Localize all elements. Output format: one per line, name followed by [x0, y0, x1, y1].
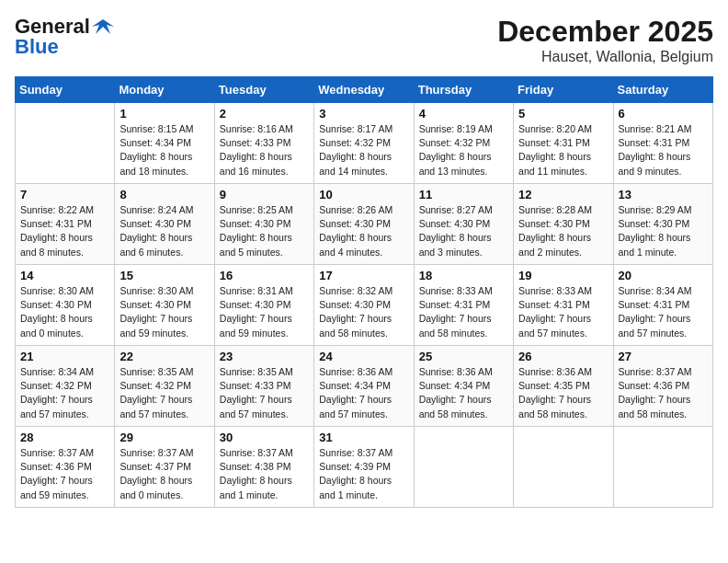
calendar-day-cell: 16Sunrise: 8:31 AMSunset: 4:30 PMDayligh… [214, 265, 313, 346]
day-number: 7 [20, 188, 109, 201]
day-number: 11 [419, 188, 508, 201]
day-number: 20 [619, 269, 708, 282]
day-number: 2 [220, 107, 309, 121]
calendar-day-cell: 10Sunrise: 8:26 AMSunset: 4:30 PMDayligh… [314, 184, 414, 265]
calendar-day-cell: 22Sunrise: 8:35 AMSunset: 4:32 PMDayligh… [115, 346, 214, 427]
location: Hauset, Wallonia, Belgium [497, 49, 713, 65]
calendar-day-cell: 1Sunrise: 8:15 AMSunset: 4:34 PMDaylight… [115, 103, 214, 184]
page-header: General Blue December 2025 Hauset, Wallo… [15, 15, 713, 65]
calendar-day-cell: 23Sunrise: 8:35 AMSunset: 4:33 PMDayligh… [214, 346, 313, 427]
logo-bird-icon [92, 17, 114, 36]
weekday-header: Thursday [414, 77, 513, 103]
day-info: Sunrise: 8:21 AMSunset: 4:31 PMDaylight:… [619, 122, 708, 178]
day-number: 3 [319, 107, 408, 121]
calendar-day-cell: 30Sunrise: 8:37 AMSunset: 4:38 PMDayligh… [214, 427, 313, 508]
calendar-day-cell: 15Sunrise: 8:30 AMSunset: 4:30 PMDayligh… [115, 265, 214, 346]
day-info: Sunrise: 8:15 AMSunset: 4:34 PMDaylight:… [119, 122, 209, 178]
day-info: Sunrise: 8:34 AMSunset: 4:31 PMDaylight:… [619, 284, 708, 340]
day-info: Sunrise: 8:32 AMSunset: 4:30 PMDaylight:… [319, 284, 408, 340]
weekday-header: Monday [115, 77, 214, 103]
day-info: Sunrise: 8:30 AMSunset: 4:30 PMDaylight:… [119, 284, 209, 340]
day-number: 16 [220, 269, 309, 282]
calendar-day-cell: 2Sunrise: 8:16 AMSunset: 4:33 PMDaylight… [214, 103, 313, 184]
day-number: 23 [220, 350, 309, 363]
calendar-day-cell: 4Sunrise: 8:19 AMSunset: 4:32 PMDaylight… [414, 103, 513, 184]
calendar-week-row: 14Sunrise: 8:30 AMSunset: 4:30 PMDayligh… [16, 265, 713, 346]
title-block: December 2025 Hauset, Wallonia, Belgium [497, 15, 713, 65]
day-number: 25 [419, 350, 508, 363]
calendar-week-row: 21Sunrise: 8:34 AMSunset: 4:32 PMDayligh… [16, 346, 713, 427]
calendar-day-cell: 20Sunrise: 8:34 AMSunset: 4:31 PMDayligh… [613, 265, 712, 346]
calendar-day-cell: 31Sunrise: 8:37 AMSunset: 4:39 PMDayligh… [314, 427, 414, 508]
day-info: Sunrise: 8:34 AMSunset: 4:32 PMDaylight:… [20, 365, 109, 421]
day-info: Sunrise: 8:37 AMSunset: 4:36 PMDaylight:… [619, 365, 708, 421]
day-info: Sunrise: 8:36 AMSunset: 4:34 PMDaylight:… [419, 365, 508, 421]
weekday-header: Friday [514, 77, 613, 103]
calendar-day-cell: 18Sunrise: 8:33 AMSunset: 4:31 PMDayligh… [414, 265, 513, 346]
day-number: 1 [119, 107, 209, 121]
day-number: 10 [319, 188, 408, 201]
calendar-day-cell: 6Sunrise: 8:21 AMSunset: 4:31 PMDaylight… [613, 103, 712, 184]
day-number: 8 [119, 188, 209, 201]
day-info: Sunrise: 8:20 AMSunset: 4:31 PMDaylight:… [518, 122, 608, 178]
day-number: 17 [319, 269, 408, 282]
day-number: 29 [119, 431, 209, 444]
day-info: Sunrise: 8:22 AMSunset: 4:31 PMDaylight:… [20, 203, 109, 259]
calendar-day-cell: 8Sunrise: 8:24 AMSunset: 4:30 PMDaylight… [115, 184, 214, 265]
day-number: 28 [20, 431, 109, 444]
svg-marker-0 [92, 19, 114, 34]
day-info: Sunrise: 8:36 AMSunset: 4:35 PMDaylight:… [518, 365, 608, 421]
calendar-day-cell [514, 427, 613, 508]
calendar-day-cell: 28Sunrise: 8:37 AMSunset: 4:36 PMDayligh… [16, 427, 115, 508]
calendar-day-cell: 21Sunrise: 8:34 AMSunset: 4:32 PMDayligh… [16, 346, 115, 427]
day-number: 5 [518, 107, 608, 121]
month-title: December 2025 [497, 15, 713, 49]
calendar-day-cell: 24Sunrise: 8:36 AMSunset: 4:34 PMDayligh… [314, 346, 414, 427]
day-number: 13 [619, 188, 708, 201]
calendar-day-cell: 7Sunrise: 8:22 AMSunset: 4:31 PMDaylight… [16, 184, 115, 265]
calendar-day-cell: 12Sunrise: 8:28 AMSunset: 4:30 PMDayligh… [514, 184, 613, 265]
day-info: Sunrise: 8:37 AMSunset: 4:36 PMDaylight:… [20, 446, 109, 502]
day-info: Sunrise: 8:27 AMSunset: 4:30 PMDaylight:… [419, 203, 508, 259]
calendar-week-row: 28Sunrise: 8:37 AMSunset: 4:36 PMDayligh… [16, 427, 713, 508]
calendar-day-cell: 17Sunrise: 8:32 AMSunset: 4:30 PMDayligh… [314, 265, 414, 346]
weekday-header: Wednesday [314, 77, 414, 103]
calendar-day-cell: 25Sunrise: 8:36 AMSunset: 4:34 PMDayligh… [414, 346, 513, 427]
day-info: Sunrise: 8:17 AMSunset: 4:32 PMDaylight:… [319, 122, 408, 178]
calendar-day-cell [414, 427, 513, 508]
day-number: 27 [619, 350, 708, 363]
calendar-day-cell: 13Sunrise: 8:29 AMSunset: 4:30 PMDayligh… [613, 184, 712, 265]
calendar-day-cell: 27Sunrise: 8:37 AMSunset: 4:36 PMDayligh… [613, 346, 712, 427]
calendar-day-cell: 11Sunrise: 8:27 AMSunset: 4:30 PMDayligh… [414, 184, 513, 265]
day-info: Sunrise: 8:30 AMSunset: 4:30 PMDaylight:… [20, 284, 109, 340]
day-info: Sunrise: 8:29 AMSunset: 4:30 PMDaylight:… [619, 203, 708, 259]
day-number: 14 [20, 269, 109, 282]
day-number: 30 [220, 431, 309, 444]
day-info: Sunrise: 8:35 AMSunset: 4:33 PMDaylight:… [220, 365, 309, 421]
day-number: 18 [419, 269, 508, 282]
calendar-day-cell [16, 103, 115, 184]
day-info: Sunrise: 8:24 AMSunset: 4:30 PMDaylight:… [119, 203, 209, 259]
calendar-week-row: 1Sunrise: 8:15 AMSunset: 4:34 PMDaylight… [16, 103, 713, 184]
weekday-header: Tuesday [214, 77, 313, 103]
calendar-day-cell: 5Sunrise: 8:20 AMSunset: 4:31 PMDaylight… [514, 103, 613, 184]
calendar-day-cell [613, 427, 712, 508]
day-number: 26 [518, 350, 608, 363]
day-number: 12 [518, 188, 608, 201]
calendar-day-cell: 9Sunrise: 8:25 AMSunset: 4:30 PMDaylight… [214, 184, 313, 265]
calendar-day-cell: 3Sunrise: 8:17 AMSunset: 4:32 PMDaylight… [314, 103, 414, 184]
calendar-week-row: 7Sunrise: 8:22 AMSunset: 4:31 PMDaylight… [16, 184, 713, 265]
calendar-day-cell: 14Sunrise: 8:30 AMSunset: 4:30 PMDayligh… [16, 265, 115, 346]
day-number: 15 [119, 269, 209, 282]
day-number: 31 [319, 431, 408, 444]
day-info: Sunrise: 8:26 AMSunset: 4:30 PMDaylight:… [319, 203, 408, 259]
day-info: Sunrise: 8:36 AMSunset: 4:34 PMDaylight:… [319, 365, 408, 421]
calendar-day-cell: 19Sunrise: 8:33 AMSunset: 4:31 PMDayligh… [514, 265, 613, 346]
day-info: Sunrise: 8:33 AMSunset: 4:31 PMDaylight:… [419, 284, 508, 340]
calendar-table: SundayMondayTuesdayWednesdayThursdayFrid… [15, 76, 713, 508]
day-info: Sunrise: 8:25 AMSunset: 4:30 PMDaylight:… [220, 203, 309, 259]
calendar-header-row: SundayMondayTuesdayWednesdayThursdayFrid… [16, 77, 713, 103]
day-info: Sunrise: 8:37 AMSunset: 4:37 PMDaylight:… [119, 446, 209, 502]
day-number: 24 [319, 350, 408, 363]
day-number: 19 [518, 269, 608, 282]
